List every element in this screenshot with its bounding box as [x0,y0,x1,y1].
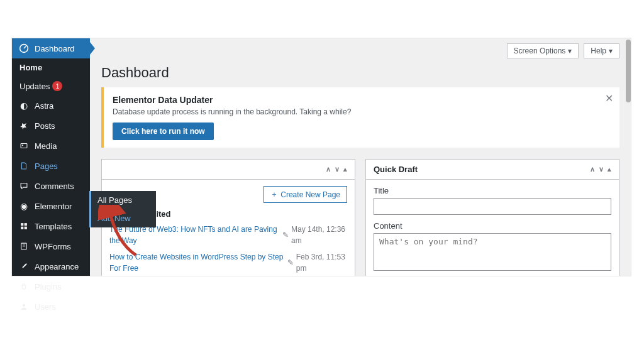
list-item: How to Create Websites in WordPress Step… [109,251,347,274]
main-content: Screen Options ▾ Help ▾ Dashboard Elemen… [90,38,631,276]
comment-icon [18,180,30,192]
elementor-icon: ◉ [18,200,30,212]
draft-content-input[interactable] [374,233,611,271]
move-down-icon[interactable]: ∨ [599,165,604,173]
content-label: Content [374,221,611,231]
sidebar-item-dashboard[interactable]: Dashboard [12,38,90,58]
quickdraft-heading: Quick Draft [374,165,418,174]
sidebar-label: Dashboard [35,44,75,53]
sidebar-item-plugins[interactable]: Plugins [12,276,90,297]
svg-rect-4 [25,223,27,226]
page-title: Dashboard [101,65,619,81]
flyout-all-pages[interactable]: All Pages [91,191,156,209]
media-icon [18,140,30,151]
pages-flyout: All Pages Add New [89,191,156,227]
caret-down-icon: ▾ [568,46,572,55]
brush-icon [18,261,30,272]
sidebar-item-users[interactable]: Users [12,297,90,317]
page-icon [18,160,30,172]
notice-close-button[interactable]: ✕ [605,92,613,104]
screen-options-button[interactable]: Screen Options ▾ [507,43,579,58]
templates-icon [18,221,30,232]
help-button[interactable]: Help ▾ [584,43,619,58]
post-link[interactable]: How to Create Websites in WordPress Step… [109,251,284,274]
postbox-heading [109,165,112,174]
plugin-icon [18,281,30,292]
svg-rect-6 [25,227,27,229]
sidebar-item-elementor[interactable]: ◉ Elementor [12,196,90,216]
title-label: Title [374,186,611,195]
move-up-icon[interactable]: ∧ [590,165,595,173]
move-down-icon[interactable]: ∨ [335,165,340,173]
sidebar-item-templates[interactable]: Templates [12,216,90,236]
dashboard-icon [18,43,30,54]
svg-rect-3 [21,223,23,226]
notice-desc: Database update process is running in th… [113,107,611,116]
move-up-icon[interactable]: ∧ [326,165,331,173]
pencil-icon: ✎ [282,229,289,241]
pin-icon [18,120,30,131]
sidebar-item-comments[interactable]: Comments [12,176,90,196]
close-icon: ✕ [605,93,613,104]
wpforms-icon [18,241,30,252]
create-page-button[interactable]: ＋Create New Page [264,186,347,203]
sidebar-item-appearance[interactable]: Appearance [12,256,90,276]
draft-title-input[interactable] [374,198,611,215]
sidebar-item-pages[interactable]: Pages [12,156,90,176]
toggle-icon[interactable]: ▴ [343,165,347,173]
svg-point-10 [23,304,25,307]
svg-rect-1 [21,144,27,148]
quickdraft-postbox: Quick Draft ∧ ∨ ▴ Title Content [365,159,619,276]
astra-icon: ◐ [18,100,30,111]
sidebar-item-posts[interactable]: Posts [12,116,90,136]
sidebar-item-wpforms[interactable]: WPForms [12,236,90,256]
users-icon [18,301,30,312]
plus-icon: ＋ [270,189,278,200]
updates-badge: 1 [52,81,62,91]
svg-rect-5 [21,227,23,229]
flyout-add-new[interactable]: Add New [91,209,156,227]
toggle-icon[interactable]: ▴ [608,165,611,173]
sidebar-item-updates[interactable]: Updates 1 [12,77,90,95]
caret-down-icon: ▾ [609,46,613,55]
notice-run-button[interactable]: Click here to run it now [113,123,214,140]
svg-point-2 [22,144,23,146]
elementor-notice: Elementor Data Updater Database update p… [101,87,619,148]
admin-sidebar: Dashboard Home Updates 1 ◐ Astra Posts [12,38,90,276]
sidebar-item-home[interactable]: Home [12,58,90,77]
notice-title: Elementor Data Updater [113,95,611,105]
pencil-icon: ✎ [287,257,294,268]
sidebar-item-media[interactable]: Media [12,136,90,156]
sidebar-item-astra[interactable]: ◐ Astra [12,95,90,116]
